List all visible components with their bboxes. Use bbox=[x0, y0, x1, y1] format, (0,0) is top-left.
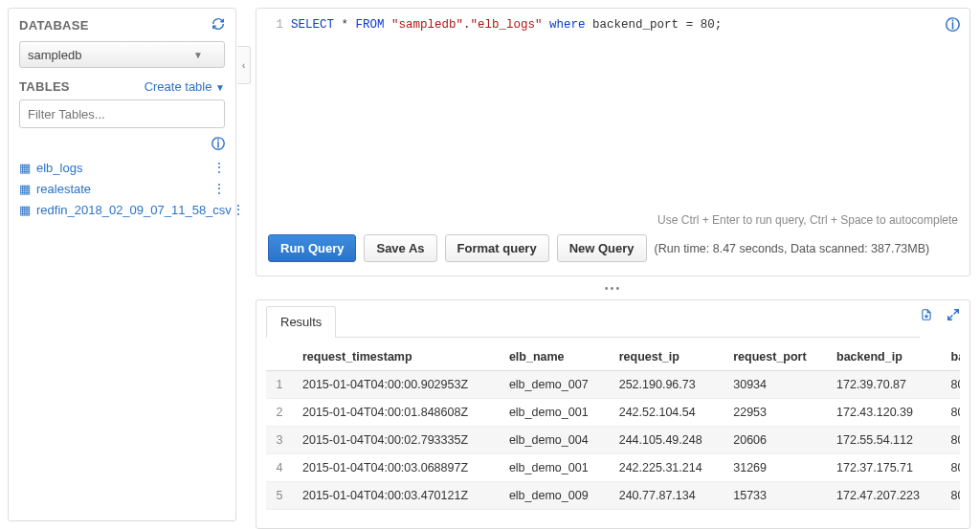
table-icon: ▦ bbox=[19, 203, 31, 217]
table-row: 42015-01-04T04:00:03.068897Zelb_demo_001… bbox=[266, 454, 960, 482]
column-header: request_ip bbox=[610, 343, 724, 371]
row-number: 2 bbox=[266, 399, 293, 427]
cell: 80 bbox=[942, 482, 960, 510]
cell: 20606 bbox=[724, 427, 827, 454]
database-selected-value: sampledb bbox=[28, 48, 81, 62]
table-row: 12015-01-04T04:00:00.902953Zelb_demo_007… bbox=[266, 371, 960, 399]
cell: 2015-01-04T04:00:00.902953Z bbox=[293, 371, 500, 399]
database-header: DATABASE bbox=[19, 18, 89, 33]
info-icon[interactable]: ⓘ bbox=[946, 16, 960, 34]
collapse-sidebar-button[interactable]: ‹ bbox=[237, 46, 251, 84]
chevron-down-icon: ▼ bbox=[193, 50, 203, 60]
cell: 80 bbox=[942, 427, 960, 454]
cell: 242.225.31.214 bbox=[610, 454, 724, 482]
cell: 31269 bbox=[724, 454, 827, 482]
table-row: 52015-01-04T04:00:03.470121Zelb_demo_009… bbox=[266, 482, 960, 510]
chevron-down-icon: ▼ bbox=[215, 82, 225, 93]
cell: 244.105.49.248 bbox=[610, 427, 724, 454]
create-table-label: Create table bbox=[145, 79, 212, 94]
cell: 80 bbox=[942, 454, 960, 482]
column-header: backend_port bbox=[942, 343, 960, 371]
row-number: 5 bbox=[266, 482, 293, 510]
cell: 30934 bbox=[724, 371, 827, 399]
refresh-icon[interactable] bbox=[212, 17, 225, 33]
cell: elb_demo_009 bbox=[500, 482, 610, 510]
cell: 80 bbox=[942, 399, 960, 427]
cell: 172.39.70.87 bbox=[827, 371, 942, 399]
column-header: elb_name bbox=[500, 343, 610, 371]
expand-icon[interactable] bbox=[947, 308, 960, 324]
results-panel: Results request_timestampelb_namerequest… bbox=[256, 299, 970, 529]
line-number: 1 bbox=[276, 18, 283, 32]
row-number: 3 bbox=[266, 427, 293, 454]
resize-handle[interactable]: ••• bbox=[256, 282, 970, 294]
cell: 172.47.207.223 bbox=[827, 482, 942, 510]
column-header: backend_ip bbox=[827, 343, 942, 371]
cell: 2015-01-04T04:00:01.848608Z bbox=[293, 399, 500, 427]
run-metadata: (Run time: 8.47 seconds, Data scanned: 3… bbox=[655, 242, 930, 255]
run-query-button[interactable]: Run Query bbox=[268, 234, 356, 262]
editor-hint: Use Ctrl + Enter to run query, Ctrl + Sp… bbox=[268, 213, 958, 227]
format-query-button[interactable]: Format query bbox=[445, 234, 549, 262]
cell: 2015-01-04T04:00:03.068897Z bbox=[293, 454, 500, 482]
cell: 240.77.87.134 bbox=[610, 482, 724, 510]
chevron-left-icon: ‹ bbox=[242, 59, 246, 71]
kebab-icon[interactable]: ⋮ bbox=[212, 181, 225, 196]
column-header bbox=[266, 343, 293, 371]
table-name[interactable]: elb_logs bbox=[36, 161, 82, 175]
cell: 2015-01-04T04:00:03.470121Z bbox=[293, 482, 500, 510]
cell: 22953 bbox=[724, 399, 827, 427]
table-name[interactable]: realestate bbox=[36, 182, 91, 196]
query-editor-panel: ⓘ 1 SELECT * FROM "sampledb"."elb_logs" … bbox=[256, 8, 970, 276]
column-header: request_timestamp bbox=[293, 343, 500, 371]
table-row: 22015-01-04T04:00:01.848608Zelb_demo_001… bbox=[266, 399, 960, 427]
cell: 80 bbox=[942, 371, 960, 399]
database-select[interactable]: sampledb ▼ bbox=[19, 41, 225, 68]
cell: elb_demo_001 bbox=[500, 399, 610, 427]
cell: 172.37.175.71 bbox=[827, 454, 942, 482]
save-as-button[interactable]: Save As bbox=[364, 234, 436, 262]
cell: 2015-01-04T04:00:02.793335Z bbox=[293, 427, 500, 454]
table-name[interactable]: redfin_2018_02_09_07_11_58_csv bbox=[36, 203, 232, 217]
cell: elb_demo_004 bbox=[500, 427, 610, 454]
create-table-link[interactable]: Create table ▼ bbox=[145, 79, 225, 94]
row-number: 4 bbox=[266, 454, 293, 482]
cell: 15733 bbox=[724, 482, 827, 510]
cell: 172.55.54.112 bbox=[827, 427, 942, 454]
cell: 242.52.104.54 bbox=[610, 399, 724, 427]
cell: 172.43.120.39 bbox=[827, 399, 942, 427]
table-item[interactable]: ▦realestate⋮ bbox=[19, 178, 225, 199]
table-item[interactable]: ▦redfin_2018_02_09_07_11_58_csv⋮ bbox=[19, 199, 225, 220]
results-table: request_timestampelb_namerequest_ipreque… bbox=[266, 343, 960, 510]
tab-results[interactable]: Results bbox=[266, 306, 336, 338]
kebab-icon[interactable]: ⋮ bbox=[212, 160, 225, 175]
table-icon: ▦ bbox=[19, 182, 31, 196]
filter-tables-input[interactable] bbox=[19, 99, 225, 128]
download-icon[interactable] bbox=[920, 308, 933, 324]
cell: elb_demo_007 bbox=[500, 371, 610, 399]
column-header: request_port bbox=[724, 343, 827, 371]
sql-editor[interactable]: 1 SELECT * FROM "sampledb"."elb_logs" wh… bbox=[268, 18, 958, 209]
new-query-button[interactable]: New Query bbox=[557, 234, 647, 262]
table-icon: ▦ bbox=[19, 161, 31, 175]
cell: elb_demo_001 bbox=[500, 454, 610, 482]
cell: 252.190.96.73 bbox=[610, 371, 724, 399]
row-number: 1 bbox=[266, 371, 293, 399]
tables-header: TABLES bbox=[19, 79, 70, 94]
table-item[interactable]: ▦elb_logs⋮ bbox=[19, 157, 225, 178]
info-icon[interactable]: ⓘ bbox=[212, 136, 225, 153]
table-row: 32015-01-04T04:00:02.793335Zelb_demo_004… bbox=[266, 427, 960, 454]
